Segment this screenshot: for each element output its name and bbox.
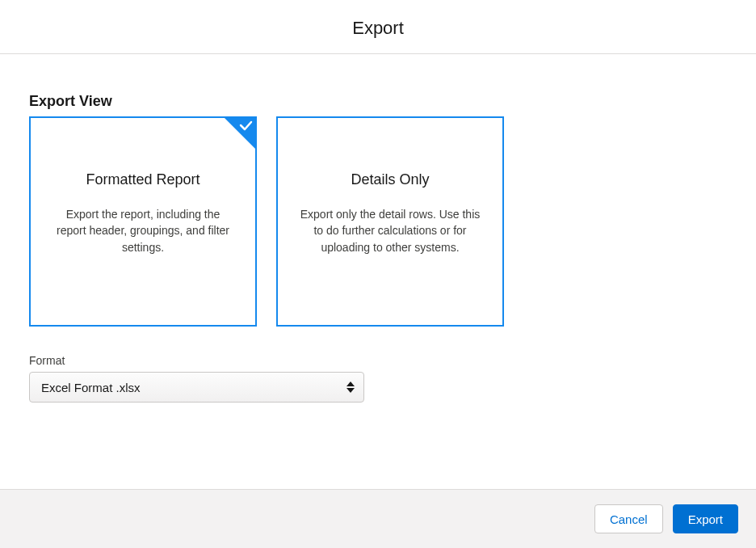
- format-field: Format Excel Format .xlsx: [29, 354, 727, 403]
- check-icon: [224, 117, 256, 150]
- modal-body: Export View Formatted Report Export the …: [0, 54, 756, 489]
- option-formatted-report[interactable]: Formatted Report Export the report, incl…: [29, 116, 257, 327]
- option-title: Details Only: [351, 171, 429, 188]
- modal-title: Export: [0, 18, 756, 39]
- export-view-heading: Export View: [29, 93, 727, 110]
- cancel-button[interactable]: Cancel: [594, 504, 663, 533]
- option-title: Formatted Report: [86, 171, 200, 188]
- option-desc: Export the report, including the report …: [45, 206, 241, 255]
- export-modal: Export Export View Formatted Report Expo…: [0, 0, 756, 548]
- format-select[interactable]: Excel Format .xlsx: [29, 372, 364, 403]
- format-select-wrap: Excel Format .xlsx: [29, 372, 364, 403]
- export-button[interactable]: Export: [673, 504, 738, 533]
- format-label: Format: [29, 354, 727, 367]
- option-details-only[interactable]: Details Only Export only the detail rows…: [276, 116, 504, 327]
- sort-icon: [346, 381, 355, 393]
- modal-footer: Cancel Export: [0, 489, 756, 548]
- format-select-value: Excel Format .xlsx: [41, 381, 141, 394]
- modal-header: Export: [0, 0, 756, 54]
- option-desc: Export only the detail rows. Use this to…: [292, 206, 488, 255]
- export-view-options: Formatted Report Export the report, incl…: [29, 116, 727, 327]
